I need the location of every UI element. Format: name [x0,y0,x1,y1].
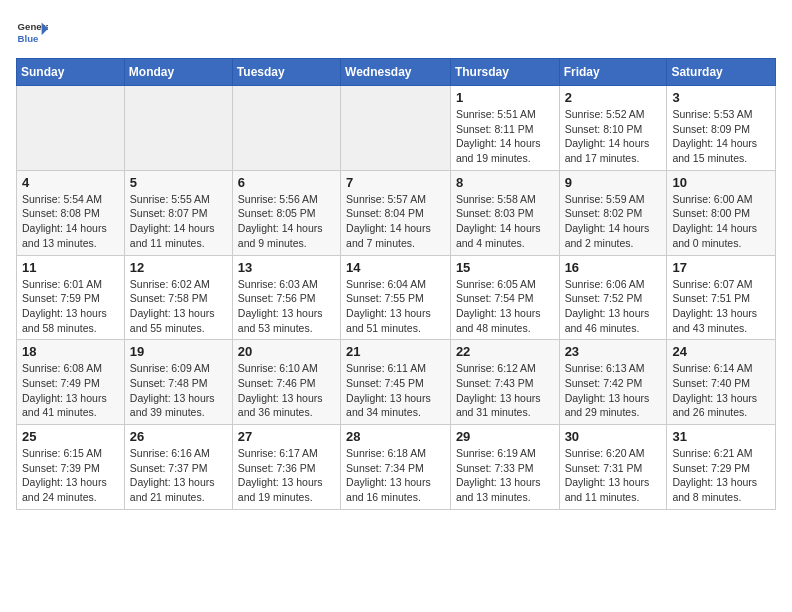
logo: General Blue [16,16,48,48]
calendar-cell: 21Sunrise: 6:11 AM Sunset: 7:45 PM Dayli… [341,340,451,425]
calendar-cell: 29Sunrise: 6:19 AM Sunset: 7:33 PM Dayli… [450,425,559,510]
day-info: Sunrise: 5:54 AM Sunset: 8:08 PM Dayligh… [22,192,119,251]
weekday-header: Tuesday [232,59,340,86]
day-number: 9 [565,175,662,190]
day-info: Sunrise: 6:10 AM Sunset: 7:46 PM Dayligh… [238,361,335,420]
day-number: 24 [672,344,770,359]
day-number: 4 [22,175,119,190]
day-info: Sunrise: 6:02 AM Sunset: 7:58 PM Dayligh… [130,277,227,336]
svg-text:Blue: Blue [18,33,39,44]
calendar-week-row: 4Sunrise: 5:54 AM Sunset: 8:08 PM Daylig… [17,170,776,255]
weekday-header: Monday [124,59,232,86]
day-number: 13 [238,260,335,275]
day-info: Sunrise: 6:05 AM Sunset: 7:54 PM Dayligh… [456,277,554,336]
day-number: 15 [456,260,554,275]
calendar-cell: 1Sunrise: 5:51 AM Sunset: 8:11 PM Daylig… [450,86,559,171]
day-info: Sunrise: 5:52 AM Sunset: 8:10 PM Dayligh… [565,107,662,166]
day-number: 14 [346,260,445,275]
calendar-cell: 11Sunrise: 6:01 AM Sunset: 7:59 PM Dayli… [17,255,125,340]
calendar-cell: 14Sunrise: 6:04 AM Sunset: 7:55 PM Dayli… [341,255,451,340]
calendar-cell: 7Sunrise: 5:57 AM Sunset: 8:04 PM Daylig… [341,170,451,255]
day-number: 11 [22,260,119,275]
day-number: 16 [565,260,662,275]
logo-icon: General Blue [16,16,48,48]
weekday-header-row: SundayMondayTuesdayWednesdayThursdayFrid… [17,59,776,86]
weekday-header: Friday [559,59,667,86]
calendar-cell: 13Sunrise: 6:03 AM Sunset: 7:56 PM Dayli… [232,255,340,340]
day-info: Sunrise: 5:56 AM Sunset: 8:05 PM Dayligh… [238,192,335,251]
calendar-body: 1Sunrise: 5:51 AM Sunset: 8:11 PM Daylig… [17,86,776,510]
day-number: 18 [22,344,119,359]
day-info: Sunrise: 6:17 AM Sunset: 7:36 PM Dayligh… [238,446,335,505]
calendar-cell: 31Sunrise: 6:21 AM Sunset: 7:29 PM Dayli… [667,425,776,510]
day-info: Sunrise: 6:13 AM Sunset: 7:42 PM Dayligh… [565,361,662,420]
calendar-cell: 6Sunrise: 5:56 AM Sunset: 8:05 PM Daylig… [232,170,340,255]
day-number: 8 [456,175,554,190]
day-info: Sunrise: 5:55 AM Sunset: 8:07 PM Dayligh… [130,192,227,251]
day-number: 12 [130,260,227,275]
day-info: Sunrise: 6:20 AM Sunset: 7:31 PM Dayligh… [565,446,662,505]
day-number: 31 [672,429,770,444]
calendar-table: SundayMondayTuesdayWednesdayThursdayFrid… [16,58,776,510]
calendar-cell: 30Sunrise: 6:20 AM Sunset: 7:31 PM Dayli… [559,425,667,510]
day-number: 10 [672,175,770,190]
weekday-header: Saturday [667,59,776,86]
day-number: 7 [346,175,445,190]
day-number: 17 [672,260,770,275]
day-number: 1 [456,90,554,105]
day-number: 30 [565,429,662,444]
calendar-week-row: 18Sunrise: 6:08 AM Sunset: 7:49 PM Dayli… [17,340,776,425]
day-info: Sunrise: 6:06 AM Sunset: 7:52 PM Dayligh… [565,277,662,336]
day-info: Sunrise: 6:21 AM Sunset: 7:29 PM Dayligh… [672,446,770,505]
calendar-cell: 23Sunrise: 6:13 AM Sunset: 7:42 PM Dayli… [559,340,667,425]
calendar-cell: 19Sunrise: 6:09 AM Sunset: 7:48 PM Dayli… [124,340,232,425]
day-number: 19 [130,344,227,359]
day-info: Sunrise: 5:59 AM Sunset: 8:02 PM Dayligh… [565,192,662,251]
calendar-cell: 5Sunrise: 5:55 AM Sunset: 8:07 PM Daylig… [124,170,232,255]
day-number: 26 [130,429,227,444]
calendar-cell: 18Sunrise: 6:08 AM Sunset: 7:49 PM Dayli… [17,340,125,425]
calendar-cell: 25Sunrise: 6:15 AM Sunset: 7:39 PM Dayli… [17,425,125,510]
calendar-cell: 26Sunrise: 6:16 AM Sunset: 7:37 PM Dayli… [124,425,232,510]
day-info: Sunrise: 6:00 AM Sunset: 8:00 PM Dayligh… [672,192,770,251]
day-info: Sunrise: 6:08 AM Sunset: 7:49 PM Dayligh… [22,361,119,420]
calendar-cell [341,86,451,171]
page-header: General Blue [16,16,776,48]
day-info: Sunrise: 6:18 AM Sunset: 7:34 PM Dayligh… [346,446,445,505]
weekday-header: Thursday [450,59,559,86]
day-info: Sunrise: 6:14 AM Sunset: 7:40 PM Dayligh… [672,361,770,420]
weekday-header: Sunday [17,59,125,86]
day-info: Sunrise: 5:51 AM Sunset: 8:11 PM Dayligh… [456,107,554,166]
day-info: Sunrise: 6:16 AM Sunset: 7:37 PM Dayligh… [130,446,227,505]
day-number: 21 [346,344,445,359]
day-number: 28 [346,429,445,444]
calendar-cell: 2Sunrise: 5:52 AM Sunset: 8:10 PM Daylig… [559,86,667,171]
day-number: 23 [565,344,662,359]
day-number: 3 [672,90,770,105]
day-info: Sunrise: 5:58 AM Sunset: 8:03 PM Dayligh… [456,192,554,251]
calendar-cell: 20Sunrise: 6:10 AM Sunset: 7:46 PM Dayli… [232,340,340,425]
calendar-week-row: 11Sunrise: 6:01 AM Sunset: 7:59 PM Dayli… [17,255,776,340]
day-number: 27 [238,429,335,444]
day-info: Sunrise: 6:19 AM Sunset: 7:33 PM Dayligh… [456,446,554,505]
day-number: 2 [565,90,662,105]
day-info: Sunrise: 6:04 AM Sunset: 7:55 PM Dayligh… [346,277,445,336]
day-number: 22 [456,344,554,359]
calendar-cell [124,86,232,171]
day-info: Sunrise: 6:01 AM Sunset: 7:59 PM Dayligh… [22,277,119,336]
calendar-cell: 27Sunrise: 6:17 AM Sunset: 7:36 PM Dayli… [232,425,340,510]
calendar-cell [17,86,125,171]
weekday-header: Wednesday [341,59,451,86]
day-number: 6 [238,175,335,190]
calendar-cell: 8Sunrise: 5:58 AM Sunset: 8:03 PM Daylig… [450,170,559,255]
calendar-cell: 28Sunrise: 6:18 AM Sunset: 7:34 PM Dayli… [341,425,451,510]
day-info: Sunrise: 6:03 AM Sunset: 7:56 PM Dayligh… [238,277,335,336]
day-number: 25 [22,429,119,444]
calendar-cell: 9Sunrise: 5:59 AM Sunset: 8:02 PM Daylig… [559,170,667,255]
calendar-week-row: 1Sunrise: 5:51 AM Sunset: 8:11 PM Daylig… [17,86,776,171]
calendar-cell: 4Sunrise: 5:54 AM Sunset: 8:08 PM Daylig… [17,170,125,255]
day-number: 29 [456,429,554,444]
day-info: Sunrise: 5:57 AM Sunset: 8:04 PM Dayligh… [346,192,445,251]
day-info: Sunrise: 5:53 AM Sunset: 8:09 PM Dayligh… [672,107,770,166]
calendar-cell: 3Sunrise: 5:53 AM Sunset: 8:09 PM Daylig… [667,86,776,171]
